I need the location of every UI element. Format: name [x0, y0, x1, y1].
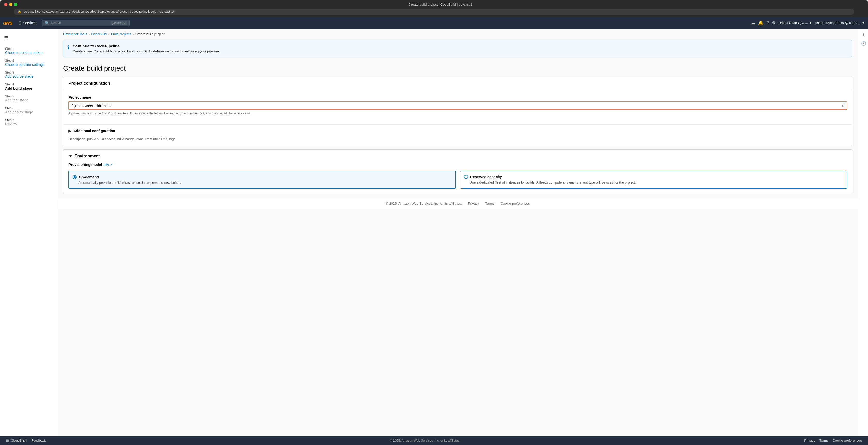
project-name-input-wrapper: ⧉: [68, 101, 847, 110]
feedback-link[interactable]: Feedback: [31, 439, 46, 442]
terminal-icon: ▤: [6, 439, 9, 442]
project-name-input[interactable]: [69, 102, 840, 109]
breadcrumb-dev-tools[interactable]: Developer Tools: [63, 32, 87, 36]
chevron-down-icon: ▼: [809, 21, 812, 25]
sidebar-item-step1: Step 1 Choose creation option: [0, 45, 57, 57]
nav-icons: ☁ 🔔 ? ⚙ United States (N. ... ▼ chaunguy…: [751, 21, 865, 25]
breadcrumb-sep2: ›: [108, 32, 109, 36]
reserved-capacity-option[interactable]: Reserved capacity Use a dedicated fleet …: [460, 171, 847, 189]
account-selector[interactable]: chaunguyen-admin @ 0178-... ▼: [815, 21, 865, 25]
environment-card: ▼ Environment Provisioning model Info ↗ …: [63, 149, 852, 194]
content-area: Developer Tools › CodeBuild › Build proj…: [57, 29, 859, 436]
step7-link: Review: [5, 122, 52, 126]
page-privacy-link[interactable]: Privacy: [468, 202, 479, 205]
info-banner-desc: Create a new CodeBuild build project and…: [72, 49, 220, 53]
cloudshell-button[interactable]: ▤ CloudShell: [6, 439, 27, 442]
bell-icon[interactable]: 🔔: [758, 21, 764, 25]
project-name-label: Project name: [68, 95, 847, 99]
breadcrumb-current: Create build project: [135, 32, 164, 36]
project-config-title: Project configuration: [63, 77, 852, 90]
lock-icon: 🔒: [18, 10, 22, 13]
minimize-button[interactable]: [9, 3, 12, 6]
page-cookie-link[interactable]: Cookie preferences: [501, 202, 530, 205]
maximize-button[interactable]: [14, 3, 17, 6]
sidebar-item-step6: Step 6 Add deploy stage: [0, 104, 57, 116]
aws-logo[interactable]: aws: [3, 20, 12, 26]
settings-icon[interactable]: ⚙: [772, 21, 776, 25]
sidebar-item-step3: Step 3 Add source stage: [0, 69, 57, 80]
region-selector[interactable]: United States (N. ... ▼: [779, 21, 812, 25]
grid-icon: ⊞: [18, 21, 22, 25]
footer-privacy-link[interactable]: Privacy: [804, 439, 815, 442]
step5-link: Add test stage: [5, 98, 52, 102]
footer-copyright: © 2025, Amazon Web Services, Inc. or its…: [46, 439, 804, 442]
provisioning-info-link[interactable]: Info ↗: [103, 163, 113, 167]
sidebar-item-step7: Step 7 Review: [0, 116, 57, 128]
search-input[interactable]: [51, 21, 109, 25]
footer-bar: ▤ CloudShell Feedback © 2025, Amazon Web…: [0, 436, 868, 445]
project-name-group: Project name ⧉ A project name must be 2 …: [68, 95, 847, 115]
provisioning-options: On-demand Automatically provision build …: [63, 169, 852, 194]
page-title: Create build project: [57, 61, 859, 77]
url-bar[interactable]: us-east-1.console.aws.amazon.com/codesui…: [24, 10, 850, 13]
step4-link[interactable]: Add build stage: [5, 86, 52, 90]
info-banner-title: Continue to CodePipeline: [72, 44, 220, 48]
breadcrumb-codebuild[interactable]: CodeBuild: [91, 32, 107, 36]
sidebar-item-step4: Step 4 Add build stage: [0, 80, 57, 93]
info-banner: ℹ Continue to CodePipeline Create a new …: [63, 40, 852, 57]
main-container: ☰ Step 1 Choose creation option Step 2 C…: [0, 29, 868, 436]
search-shortcut: [Option+S]: [111, 21, 127, 25]
breadcrumb-build-projects[interactable]: Build projects: [111, 32, 131, 36]
on-demand-option[interactable]: On-demand Automatically provision build …: [68, 171, 456, 189]
chevron-right-icon: ▶: [68, 129, 71, 133]
aws-navbar: aws ⊞ Services 🔍 [Option+S] ☁ 🔔 ? ⚙ Unit…: [0, 17, 868, 29]
step2-link[interactable]: Choose pipeline settings: [5, 63, 52, 67]
page-footer: © 2025, Amazon Web Services, Inc. or its…: [57, 198, 859, 209]
chevron-down-icon: ▼: [862, 21, 865, 25]
info-circle-icon: ℹ: [67, 44, 69, 50]
additional-config-title: Additional configuration: [73, 129, 115, 133]
menu-icon[interactable]: ☰: [0, 33, 57, 45]
provisioning-label: Provisioning model Info ↗: [63, 161, 852, 169]
cloud-icon[interactable]: ☁: [751, 21, 755, 25]
footer-cookie-link[interactable]: Cookie preferences: [833, 439, 862, 442]
close-button[interactable]: [4, 3, 7, 6]
step3-link[interactable]: Add source stage: [5, 74, 52, 78]
services-menu[interactable]: ⊞ Services: [16, 20, 39, 26]
project-name-hint: A project name must be 2 to 255 characte…: [68, 111, 847, 115]
window-title: Create build project | CodeBuild | us-ea…: [17, 3, 864, 6]
search-bar[interactable]: 🔍 [Option+S]: [42, 20, 130, 26]
external-link-icon: ↗: [110, 163, 113, 166]
footer-terms-link[interactable]: Terms: [819, 439, 829, 442]
page-terms-link[interactable]: Terms: [486, 202, 494, 205]
info-panel-icon[interactable]: ℹ: [863, 32, 864, 37]
additional-config-desc: Description, public build access, build …: [63, 137, 852, 145]
environment-section-title: ▼ Environment: [63, 150, 852, 161]
breadcrumb: Developer Tools › CodeBuild › Build proj…: [57, 29, 859, 36]
search-icon: 🔍: [45, 21, 49, 25]
reserved-capacity-radio[interactable]: [464, 175, 468, 179]
project-config-card: Project configuration Project name ⧉ A p…: [63, 77, 852, 145]
sidebar-item-step5: Step 5 Add test stage: [0, 93, 57, 104]
chevron-down-icon: ▼: [68, 154, 72, 159]
breadcrumb-sep1: ›: [89, 32, 90, 36]
additional-config-toggle[interactable]: ▶ Additional configuration: [63, 125, 852, 137]
history-icon[interactable]: 🕐: [861, 41, 866, 46]
copy-icon[interactable]: ⧉: [840, 102, 846, 109]
right-sidebar: ℹ 🕐: [859, 29, 868, 436]
step1-link[interactable]: Choose creation option: [5, 50, 52, 55]
page-copyright: © 2025, Amazon Web Services, Inc. or its…: [386, 202, 462, 205]
step6-link: Add deploy stage: [5, 110, 52, 114]
on-demand-radio[interactable]: [72, 175, 77, 179]
sidebar: ☰ Step 1 Choose creation option Step 2 C…: [0, 29, 57, 436]
sidebar-item-step2: Step 2 Choose pipeline settings: [0, 57, 57, 69]
help-icon[interactable]: ?: [767, 21, 769, 25]
breadcrumb-sep3: ›: [133, 32, 134, 36]
